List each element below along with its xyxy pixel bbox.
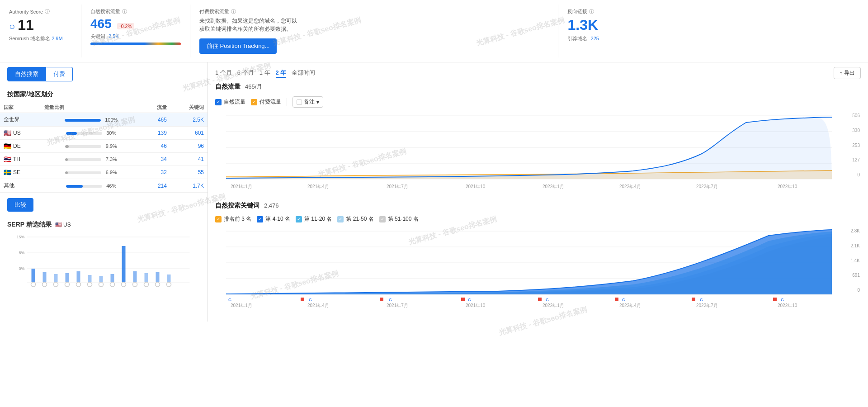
table-row[interactable]: 其他 46% 214 1.7K: [0, 179, 208, 193]
semrush-rank: Semrush 域名排名 2.9M: [9, 35, 72, 42]
tab-organic[interactable]: 自然搜索: [7, 67, 46, 81]
svg-text:2021年4月: 2021年4月: [307, 184, 329, 189]
country-traffic-cell: 34: [142, 153, 170, 166]
legend-organic[interactable]: ✓ 自然流量: [215, 98, 245, 106]
svg-point-21: [42, 282, 47, 287]
time-buttons: 1 个月 6 个月 1 年 2 年 全部时间: [215, 69, 315, 78]
authority-score-circle-icon: ○: [9, 21, 15, 33]
country-keywords-cell: 96: [170, 140, 208, 153]
svg-text:2022年4月: 2022年4月: [619, 184, 641, 189]
svg-point-30: [144, 282, 149, 287]
organic-traffic-chart-title: 自然流量: [215, 83, 241, 91]
svg-rect-13: [99, 276, 103, 282]
country-traffic-cell: 214: [142, 179, 170, 193]
svg-text:2022年4月: 2022年4月: [619, 303, 641, 308]
table-row[interactable]: 全世界 100% 465 2.5K: [0, 113, 208, 127]
time-2year[interactable]: 2 年: [276, 69, 287, 78]
country-name-cell: 🇸🇪SE: [0, 166, 41, 179]
svg-rect-62: [692, 298, 695, 301]
svg-point-28: [122, 282, 126, 287]
legend-organic-check: ✓: [215, 99, 222, 105]
svg-text:2022年7月: 2022年7月: [696, 303, 718, 308]
country-bar-cell: 9.9%: [41, 140, 142, 153]
referring-domains-link[interactable]: 225: [591, 36, 599, 41]
keywords-value-link[interactable]: 2.5K: [108, 33, 119, 39]
svg-rect-56: [461, 298, 465, 301]
svg-text:8%: 8%: [19, 251, 24, 255]
backlinks-label: 反向链接 ⓘ: [567, 8, 859, 15]
svg-point-25: [88, 282, 92, 287]
svg-text:2021年1月: 2021年1月: [231, 184, 252, 189]
semrush-rank-link[interactable]: 2.9M: [52, 36, 62, 41]
country-name-cell: 🇹🇭TH: [0, 153, 41, 166]
time-1year[interactable]: 1 年: [259, 69, 270, 78]
svg-point-22: [54, 282, 58, 287]
authority-score-value: 11: [18, 17, 34, 33]
svg-text:G: G: [468, 298, 471, 302]
info-icon-paid[interactable]: ⓘ: [231, 8, 236, 15]
country-table: 国家 流量比例 流量 关键词 全世界 100% 465 2.5K 🇺🇸US 30…: [0, 102, 208, 193]
table-row[interactable]: 🇩🇪DE 9.9% 46 96: [0, 140, 208, 153]
table-row[interactable]: 🇹🇭TH 7.3% 34 41: [0, 153, 208, 166]
rank-legend-item-3[interactable]: ✓ 第 21-50 名: [337, 215, 373, 223]
time-all[interactable]: 全部时间: [292, 69, 315, 78]
svg-text:2022年1月: 2022年1月: [542, 303, 564, 308]
country-name-cell: 其他: [0, 179, 41, 193]
col-keywords: 关键词: [170, 102, 208, 113]
rank-legend-item-2[interactable]: ✓ 第 11-20 名: [296, 215, 332, 223]
time-1month[interactable]: 1 个月: [215, 69, 232, 78]
col-traffic: 流量: [142, 102, 170, 113]
right-panel: 1 个月 6 个月 1 年 2 年 全部时间 ↑ 导出 自然流量 465/月 ✓…: [208, 62, 868, 322]
keywords-chart-section: 自然搜索关键词 2,476 ✓ 排名前 3 名 ✓ 第 4-10 名 ✓ 第 1…: [215, 202, 861, 308]
info-icon-backlinks[interactable]: ⓘ: [589, 8, 594, 15]
rank-legend-item-0[interactable]: ✓ 排名前 3 名: [215, 215, 251, 223]
export-button[interactable]: ↑ 导出: [834, 67, 861, 79]
chart1-y-axis: 506 330 253 127 0: [844, 111, 861, 179]
table-row[interactable]: 🇸🇪SE 6.9% 32 55: [0, 166, 208, 179]
serp-chart: 15% 8% 0%: [7, 232, 200, 287]
svg-text:G: G: [700, 298, 703, 302]
svg-point-32: [167, 282, 171, 287]
annotation-dropdown[interactable]: 备注 ▾: [292, 96, 323, 108]
svg-text:G: G: [228, 298, 231, 302]
svg-rect-15: [122, 246, 126, 282]
time-6month[interactable]: 6 个月: [237, 69, 254, 78]
legend-paid[interactable]: ✓ 付费流量: [251, 98, 281, 106]
svg-text:G: G: [546, 298, 549, 302]
chart1-wrapper: 2021年1月 2021年4月 2021年7月 2021年10 2022年1月 …: [215, 111, 861, 193]
rank-legend-item-1[interactable]: ✓ 第 4-10 名: [257, 215, 290, 223]
keywords-chart-svg: G G G G G G G G 2021年1月: [215, 227, 861, 308]
svg-rect-12: [88, 275, 92, 282]
position-tracking-button[interactable]: 前往 Position Tracking...: [199, 38, 277, 54]
info-icon-organic[interactable]: ⓘ: [122, 8, 127, 15]
country-bar-cell: 100%: [41, 113, 142, 127]
rank-check-4: ✓: [379, 216, 386, 222]
svg-rect-16: [133, 271, 137, 282]
main-content: 自然搜索 付费 按国家/地区划分 国家 流量比例 流量 关键词 全世界 100%: [0, 62, 868, 322]
svg-text:2021年4月: 2021年4月: [307, 303, 329, 308]
svg-text:15%: 15%: [16, 235, 24, 239]
rank-check-1: ✓: [257, 216, 263, 222]
country-name-cell: 🇺🇸US: [0, 127, 41, 140]
chevron-down-icon: ▾: [316, 99, 319, 105]
col-ratio: 流量比例: [41, 102, 142, 113]
info-icon[interactable]: ⓘ: [45, 8, 50, 15]
time-controls: 1 个月 6 个月 1 年 2 年 全部时间 ↑ 导出: [215, 67, 861, 79]
compare-button[interactable]: 比较: [7, 198, 33, 212]
keywords-sub: 关键词 2.5K: [90, 33, 181, 40]
rank-legend-item-4[interactable]: ✓ 第 51-100 名: [379, 215, 419, 223]
tab-paid[interactable]: 付费: [46, 67, 73, 81]
organic-traffic-svg: 2021年1月 2021年4月 2021年7月 2021年10 2022年1月 …: [215, 111, 861, 193]
svg-point-24: [76, 282, 81, 287]
svg-rect-54: [380, 298, 383, 301]
metrics-bar: Authority Score ⓘ ○ 11 Semrush 域名排名 2.9M…: [0, 0, 868, 62]
svg-text:2022年10: 2022年10: [778, 184, 797, 189]
svg-point-31: [156, 282, 160, 287]
tab-bar: 自然搜索 付费: [0, 67, 208, 81]
table-row[interactable]: 🇺🇸US 30% 139 601: [0, 127, 208, 140]
svg-rect-60: [615, 298, 618, 301]
country-bar-cell: 6.9%: [41, 166, 142, 179]
serp-chart-svg: 15% 8% 0%: [7, 232, 200, 287]
keywords-chart-title: 自然搜索关键词: [215, 202, 259, 210]
svg-rect-10: [66, 273, 69, 282]
